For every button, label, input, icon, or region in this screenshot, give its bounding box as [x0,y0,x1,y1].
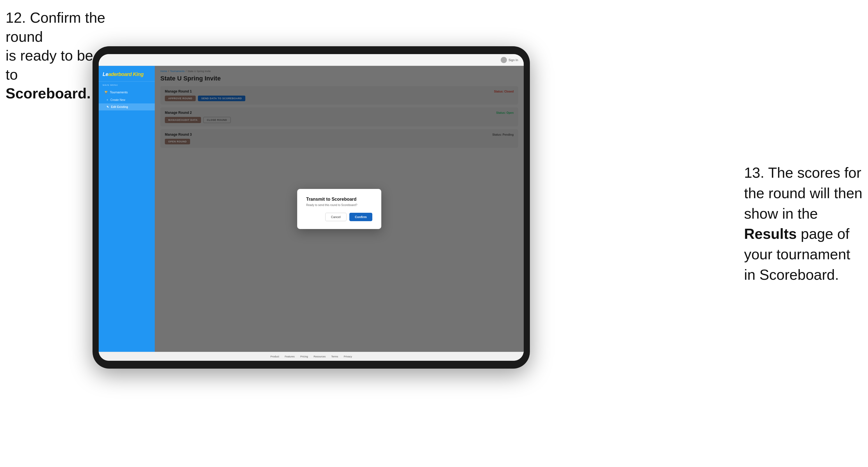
main-area: Leaderboard King MAIN MENU 🏆 Tournaments… [99,66,524,352]
avatar [501,57,507,63]
logo: Leaderboard King [103,71,151,77]
modal-box: Transmit to Scoreboard Ready to send thi… [297,189,381,229]
instruction-bottom-text: 13. The scores forthe round will thensho… [744,164,862,283]
sidebar-item-edit-existing[interactable]: ✎ Edit Existing [99,103,155,111]
modal-title: Transmit to Scoreboard [306,197,372,202]
footer-product[interactable]: Product [270,355,279,358]
sidebar-item-tournaments[interactable]: 🏆 Tournaments [100,88,153,96]
tablet-frame: Sign In Leaderboard King MAIN MENU 🏆 Tou… [93,46,530,369]
tablet-screen: Sign In Leaderboard King MAIN MENU 🏆 Tou… [99,54,524,361]
main-menu-label: MAIN MENU [99,84,155,88]
create-new-label: Create New [111,98,125,101]
confirm-button[interactable]: Confirm [349,213,372,221]
footer-resources[interactable]: Resources [314,355,326,358]
top-bar: Sign In [99,54,524,66]
footer-pricing[interactable]: Pricing [300,355,308,358]
tournaments-label: Tournaments [110,91,128,94]
modal-buttons: Cancel Confirm [306,213,372,221]
trophy-icon: 🏆 [104,91,108,94]
sidebar: Leaderboard King MAIN MENU 🏆 Tournaments… [99,66,155,352]
cancel-button[interactable]: Cancel [325,213,346,221]
plus-icon: + [106,98,108,101]
footer: Product Features Pricing Resources Terms… [99,352,524,361]
modal-overlay: Transmit to Scoreboard Ready to send thi… [155,66,524,352]
footer-terms[interactable]: Terms [331,355,338,358]
footer-features[interactable]: Features [285,355,294,358]
instruction-bottom: 13. The scores forthe round will thensho… [744,163,862,285]
content-area: Home / Tournaments / State U Spring Invi… [155,66,524,352]
logo-area: Leaderboard King [99,69,155,82]
edit-icon: ✎ [106,105,109,108]
sidebar-item-create-new[interactable]: + Create New [99,96,155,103]
instruction-line1: 12. Confirm the round [6,9,105,45]
signin-label: Sign In [508,58,518,62]
edit-existing-label: Edit Existing [111,105,128,108]
modal-subtitle: Ready to send this round to Scoreboard? [306,204,372,207]
signin-area[interactable]: Sign In [501,57,518,63]
instruction-line3: Scoreboard. [6,85,91,101]
footer-privacy[interactable]: Privacy [344,355,352,358]
